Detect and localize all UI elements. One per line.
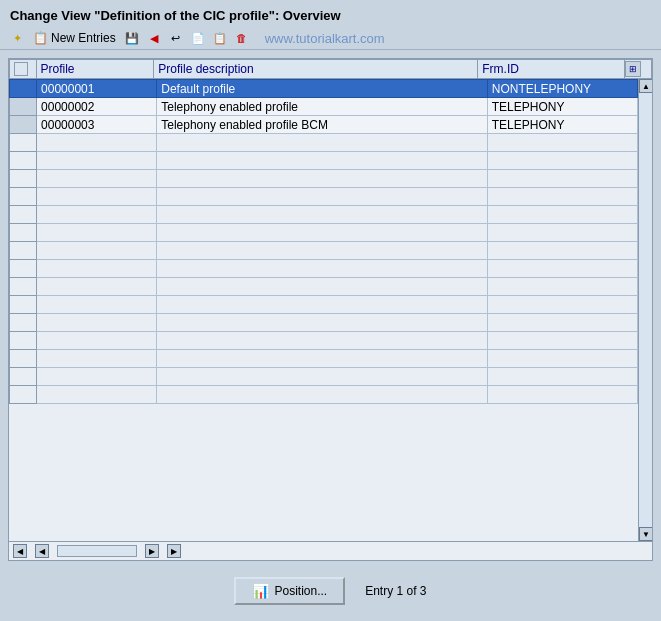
empty-selector: [10, 296, 37, 314]
table-scroll-area[interactable]: 00000001 Default profile NONTELEPHONY 00…: [9, 79, 638, 541]
empty-frmid: [487, 134, 637, 152]
empty-profile: [37, 368, 157, 386]
cell-frmid-1: TELEPHONY: [487, 98, 637, 116]
table-row-empty[interactable]: [10, 260, 638, 278]
empty-profile: [37, 350, 157, 368]
table-row[interactable]: 00000001 Default profile NONTELEPHONY: [10, 80, 638, 98]
table-row-empty[interactable]: [10, 368, 638, 386]
empty-profile: [37, 332, 157, 350]
position-icon: 📊: [252, 583, 269, 599]
cell-description-1: Telephony enabled profile: [157, 98, 488, 116]
cell-profile-1: 00000002: [37, 98, 157, 116]
empty-desc: [157, 332, 488, 350]
col-header-scroll: ⊞: [625, 60, 652, 79]
cell-profile-0: 00000001: [37, 80, 157, 98]
empty-desc: [157, 134, 488, 152]
empty-profile: [37, 224, 157, 242]
empty-frmid: [487, 368, 637, 386]
empty-desc: [157, 170, 488, 188]
col-header-frmid: Frm.ID: [478, 60, 625, 79]
undo-icon[interactable]: ↩: [167, 30, 185, 46]
empty-frmid: [487, 314, 637, 332]
scroll-right-prev[interactable]: ◀: [35, 544, 49, 558]
row-selector-2[interactable]: [10, 116, 37, 134]
main-window: Change View "Definition of the CIC profi…: [0, 0, 661, 621]
table-row-empty[interactable]: [10, 332, 638, 350]
title-bar: Change View "Definition of the CIC profi…: [0, 0, 661, 27]
row-selector-0[interactable]: [10, 80, 37, 98]
empty-selector: [10, 170, 37, 188]
empty-desc: [157, 206, 488, 224]
table-row-empty[interactable]: [10, 188, 638, 206]
cell-profile-2: 00000003: [37, 116, 157, 134]
empty-desc: [157, 188, 488, 206]
empty-profile: [37, 242, 157, 260]
empty-frmid: [487, 350, 637, 368]
empty-selector: [10, 278, 37, 296]
empty-selector: [10, 152, 37, 170]
content-area: Profile Profile description Frm.ID ⊞: [0, 50, 661, 621]
empty-desc: [157, 296, 488, 314]
scroll-right-next[interactable]: ▶: [145, 544, 159, 558]
sap-menu-icon[interactable]: ✦: [8, 30, 26, 46]
save-icon[interactable]: 💾: [123, 30, 141, 46]
table-row-empty[interactable]: [10, 224, 638, 242]
empty-frmid: [487, 386, 637, 404]
horizontal-scrollbar-track[interactable]: [57, 545, 137, 557]
empty-frmid: [487, 170, 637, 188]
watermark: www.tutorialkart.com: [265, 31, 385, 46]
scroll-down-button[interactable]: ▼: [639, 527, 652, 541]
empty-selector: [10, 206, 37, 224]
table-row-empty[interactable]: [10, 350, 638, 368]
new-entries-icon: 📋: [33, 31, 48, 45]
table-row-empty[interactable]: [10, 278, 638, 296]
table-row[interactable]: 00000002 Telephony enabled profile TELEP…: [10, 98, 638, 116]
empty-selector: [10, 368, 37, 386]
empty-desc: [157, 368, 488, 386]
position-button-label: Position...: [274, 584, 327, 598]
scroll-up-button[interactable]: ▲: [639, 79, 652, 93]
entry-info: Entry 1 of 3: [365, 584, 426, 598]
empty-profile: [37, 278, 157, 296]
table-row-empty[interactable]: [10, 206, 638, 224]
cell-frmid-2: TELEPHONY: [487, 116, 637, 134]
scroll-left-button[interactable]: ◀: [13, 544, 27, 558]
empty-profile: [37, 206, 157, 224]
table-row-empty[interactable]: [10, 242, 638, 260]
empty-selector: [10, 242, 37, 260]
empty-selector: [10, 224, 37, 242]
empty-profile: [37, 152, 157, 170]
empty-desc: [157, 242, 488, 260]
table-row-empty[interactable]: [10, 314, 638, 332]
empty-frmid: [487, 152, 637, 170]
table-row-empty[interactable]: [10, 152, 638, 170]
empty-selector: [10, 386, 37, 404]
empty-desc: [157, 260, 488, 278]
footer: 📊 Position... Entry 1 of 3: [8, 569, 653, 613]
empty-profile: [37, 260, 157, 278]
empty-selector: [10, 134, 37, 152]
delete-icon[interactable]: 🗑: [233, 30, 251, 46]
paste-icon[interactable]: 📋: [211, 30, 229, 46]
vertical-scrollbar[interactable]: ▲ ▼: [638, 79, 652, 541]
position-button[interactable]: 📊 Position...: [234, 577, 345, 605]
empty-profile: [37, 386, 157, 404]
data-table-header: Profile Profile description Frm.ID ⊞: [9, 59, 652, 79]
table-row-empty[interactable]: [10, 296, 638, 314]
table-row-empty[interactable]: [10, 170, 638, 188]
table-row-empty[interactable]: [10, 134, 638, 152]
table-row-empty[interactable]: [10, 386, 638, 404]
new-entries-button[interactable]: 📋 New Entries: [30, 30, 119, 46]
empty-profile: [37, 170, 157, 188]
copy-icon[interactable]: 📄: [189, 30, 207, 46]
empty-profile: [37, 296, 157, 314]
row-selector-1[interactable]: [10, 98, 37, 116]
empty-desc: [157, 278, 488, 296]
back-icon[interactable]: ◀: [145, 30, 163, 46]
table-row[interactable]: 00000003 Telephony enabled profile BCM T…: [10, 116, 638, 134]
empty-desc: [157, 386, 488, 404]
data-table-body: 00000001 Default profile NONTELEPHONY 00…: [9, 79, 638, 404]
scroll-right-end[interactable]: ▶: [167, 544, 181, 558]
cell-description-0: Default profile: [157, 80, 488, 98]
empty-frmid: [487, 296, 637, 314]
